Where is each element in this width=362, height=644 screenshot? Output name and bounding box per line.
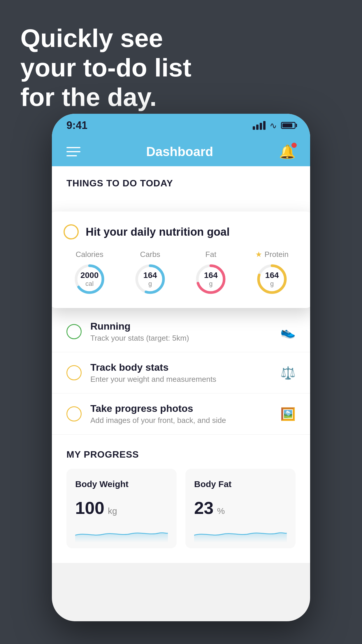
progress-unit: % bbox=[217, 506, 225, 516]
card-circle-button[interactable] bbox=[64, 224, 79, 239]
progress-value-row: 23 % bbox=[194, 498, 287, 518]
status-icons: ∿ bbox=[253, 120, 296, 131]
circle-text: 164 g bbox=[204, 271, 218, 288]
nutrition-circle: 2000 cal bbox=[73, 263, 106, 295]
circle-text: 164 g bbox=[143, 271, 157, 288]
progress-header: MY PROGRESS bbox=[66, 449, 296, 460]
hero-line2: your to-do list bbox=[20, 53, 191, 82]
todo-item[interactable]: Take progress photos Add images of your … bbox=[52, 393, 310, 435]
nutrition-card[interactable]: Hit your daily nutrition goal Calories 2… bbox=[52, 211, 310, 308]
things-today-header: THINGS TO DO TODAY bbox=[52, 166, 310, 195]
progress-cards: Body Weight 100 kg Body Fat 23 % bbox=[66, 469, 296, 548]
hero-line3: for the day. bbox=[20, 82, 191, 112]
progress-section: MY PROGRESS Body Weight 100 kg Body Fat bbox=[52, 435, 310, 563]
todo-title: Track body stats bbox=[90, 362, 272, 373]
phone-mockup: 9:41 ∿ Dashboard 🔔 THI bbox=[52, 114, 310, 621]
progress-card-title: Body Fat bbox=[194, 479, 287, 489]
nutrition-item: Calories 2000 cal bbox=[73, 250, 106, 295]
progress-card-title: Body Weight bbox=[75, 479, 168, 489]
todo-checkbox[interactable] bbox=[66, 365, 82, 380]
progress-unit: kg bbox=[108, 506, 117, 516]
battery-icon bbox=[281, 122, 296, 129]
todo-text: Running Track your stats (target: 5km) bbox=[90, 321, 272, 343]
todo-text: Take progress photos Add images of your … bbox=[90, 403, 272, 425]
nutrition-item: Carbs 164 g bbox=[134, 250, 166, 295]
nav-bar: Dashboard 🔔 bbox=[52, 137, 310, 166]
nutrition-label: ★ Protein bbox=[255, 250, 288, 259]
hamburger-menu[interactable] bbox=[66, 147, 80, 156]
nutrition-circle: 164 g bbox=[134, 263, 166, 295]
todo-subtitle: Enter your weight and measurements bbox=[90, 375, 272, 384]
todo-checkbox[interactable] bbox=[66, 324, 82, 339]
progress-value: 23 bbox=[194, 498, 214, 518]
nutrition-row: Calories 2000 cal Carbs 164 g bbox=[64, 250, 298, 295]
wifi-icon: ∿ bbox=[270, 120, 277, 131]
star-icon: ★ bbox=[255, 250, 262, 259]
notification-bell[interactable]: 🔔 bbox=[279, 144, 296, 160]
todo-subtitle: Track your stats (target: 5km) bbox=[90, 334, 272, 343]
nav-title: Dashboard bbox=[146, 144, 213, 159]
circle-text: 164 g bbox=[265, 271, 279, 288]
status-bar: 9:41 ∿ bbox=[52, 114, 310, 137]
nutrition-item: Fat 164 g bbox=[195, 250, 227, 295]
nutrition-circle: 164 g bbox=[195, 263, 227, 295]
card-title: Hit your daily nutrition goal bbox=[86, 226, 230, 238]
notification-dot bbox=[291, 143, 297, 148]
todo-icon: 🖼️ bbox=[280, 407, 296, 421]
hero-text: Quickly see your to-do list for the day. bbox=[20, 23, 191, 112]
nutrition-label: Fat bbox=[205, 250, 217, 259]
main-content: THINGS TO DO TODAY Hit your daily nutrit… bbox=[52, 166, 310, 563]
progress-card[interactable]: Body Weight 100 kg bbox=[66, 469, 177, 548]
circle-text: 2000 cal bbox=[80, 271, 99, 288]
todo-checkbox[interactable] bbox=[66, 406, 82, 421]
progress-chart bbox=[194, 525, 287, 542]
progress-value: 100 bbox=[75, 498, 104, 518]
nutrition-circle: 164 g bbox=[256, 263, 288, 295]
progress-card[interactable]: Body Fat 23 % bbox=[185, 469, 296, 548]
hero-line1: Quickly see bbox=[20, 23, 191, 53]
todo-item[interactable]: Running Track your stats (target: 5km) 👟 bbox=[52, 311, 310, 352]
signal-bars-icon bbox=[253, 121, 266, 130]
nutrition-label: Calories bbox=[75, 250, 103, 259]
todo-title: Running bbox=[90, 321, 272, 332]
todo-item[interactable]: Track body stats Enter your weight and m… bbox=[52, 352, 310, 393]
todo-subtitle: Add images of your front, back, and side bbox=[90, 416, 272, 425]
todo-title: Take progress photos bbox=[90, 403, 272, 414]
nutrition-item: ★ Protein 164 g bbox=[255, 250, 288, 295]
nutrition-label: Carbs bbox=[140, 250, 160, 259]
progress-chart bbox=[75, 525, 168, 542]
todo-icon: ⚖️ bbox=[280, 366, 296, 380]
progress-value-row: 100 kg bbox=[75, 498, 168, 518]
status-time: 9:41 bbox=[66, 119, 87, 132]
todo-text: Track body stats Enter your weight and m… bbox=[90, 362, 272, 384]
todo-icon: 👟 bbox=[280, 325, 296, 339]
